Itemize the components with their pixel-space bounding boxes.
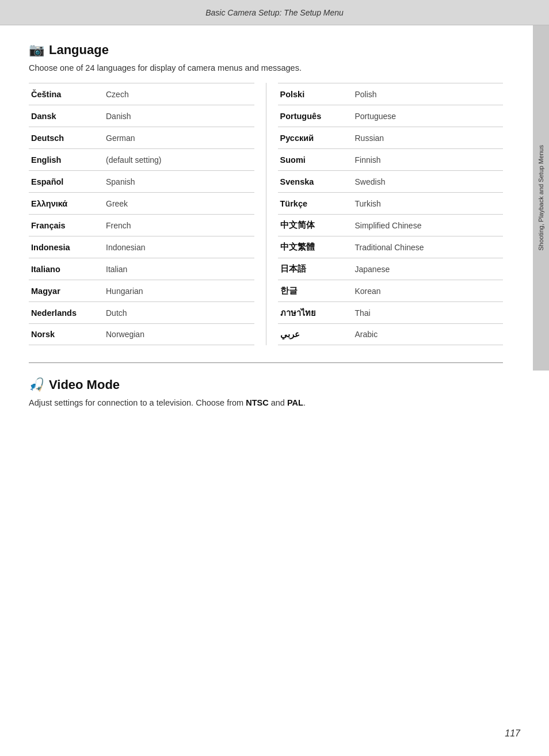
language-row: IndonesiaIndonesian [29, 236, 254, 258]
lang-native: Magyar [31, 287, 106, 296]
language-table: ČeštinaCzechDanskDanishDeutschGermanEngl… [29, 83, 503, 345]
lang-native: Nederlands [31, 308, 106, 318]
language-row: FrançaisFrench [29, 214, 254, 236]
lang-english: Korean [355, 287, 501, 296]
lang-native: English [31, 155, 106, 165]
lang-native: 中文繁體 [280, 242, 355, 253]
lang-english: Greek [106, 199, 252, 208]
language-heading: 📷 Language [29, 43, 503, 58]
language-row: MagyarHungarian [29, 280, 254, 301]
language-row: PortuguêsPortuguese [278, 105, 504, 127]
lang-english: Simplified Chinese [355, 221, 501, 230]
language-icon: 📷 [29, 43, 44, 58]
lang-english: Finnish [355, 155, 501, 165]
lang-native: عربي [280, 330, 355, 339]
video-description: Adjust settings for connection to a tele… [29, 398, 503, 407]
language-row: NorskNorwegian [29, 323, 254, 345]
language-row: PolskiPolish [278, 83, 504, 105]
lang-native: Deutsch [31, 133, 106, 143]
lang-native: Svenska [280, 177, 355, 186]
side-tab-text: Shooting, Playback and Setup Menus [537, 145, 544, 250]
lang-english: French [106, 221, 252, 230]
lang-english: Spanish [106, 177, 252, 186]
language-right-column: PolskiPolishPortuguêsPortugueseРусскийRu… [278, 83, 504, 345]
language-row: English(default setting) [29, 148, 254, 170]
language-row: DeutschGerman [29, 127, 254, 148]
side-tab: Shooting, Playback and Setup Menus [533, 25, 549, 371]
lang-native: Indonesia [31, 243, 106, 252]
lang-english: Czech [106, 90, 252, 99]
video-desc-suffix: . [303, 398, 306, 407]
lang-native: Italiano [31, 265, 106, 274]
lang-native: Español [31, 177, 106, 186]
lang-native: Polski [280, 90, 355, 99]
lang-english: Turkish [355, 199, 501, 208]
video-icon: 🎣 [29, 377, 44, 392]
lang-english: Russian [355, 133, 501, 143]
lang-native: Русский [280, 133, 355, 143]
main-content: 📷 Language Choose one of 24 languages fo… [0, 25, 549, 425]
language-row: 中文繁體Traditional Chinese [278, 236, 504, 258]
lang-english: Thai [355, 308, 501, 318]
language-row: SvenskaSwedish [278, 170, 504, 192]
lang-english: Japanese [355, 265, 501, 274]
pal-label: PAL [287, 398, 303, 407]
lang-native: 한글 [280, 285, 355, 296]
lang-english: Danish [106, 112, 252, 121]
lang-native: Français [31, 221, 106, 230]
lang-english: Swedish [355, 177, 501, 186]
lang-english: German [106, 133, 252, 143]
language-row: ΕλληνικάGreek [29, 192, 254, 214]
video-mode-section: 🎣 Video Mode Adjust settings for connect… [29, 377, 503, 407]
lang-english: Arabic [355, 330, 501, 339]
language-row: 한글Korean [278, 280, 504, 301]
language-row: ItalianoItalian [29, 258, 254, 280]
lang-english: Norwegian [106, 330, 252, 339]
lang-native: Čeština [31, 90, 106, 99]
lang-english: Traditional Chinese [355, 243, 501, 252]
lang-english: (default setting) [106, 155, 252, 165]
language-row: РусскийRussian [278, 127, 504, 148]
language-left-column: ČeštinaCzechDanskDanishDeutschGermanEngl… [29, 83, 266, 345]
section-divider [29, 362, 503, 363]
lang-english: Hungarian [106, 287, 252, 296]
ntsc-label: NTSC [246, 398, 268, 407]
video-heading: 🎣 Video Mode [29, 377, 503, 392]
language-title: Language [49, 43, 109, 58]
lang-native: Ελληνικά [31, 199, 106, 208]
language-row: EspañolSpanish [29, 170, 254, 192]
language-row: 中文简体Simplified Chinese [278, 214, 504, 236]
lang-native: 日本語 [280, 264, 355, 274]
video-desc-prefix: Adjust settings for connection to a tele… [29, 398, 246, 407]
lang-english: Polish [355, 90, 501, 99]
video-title: Video Mode [49, 377, 120, 392]
language-row: ČeštinaCzech [29, 83, 254, 105]
top-bar: Basic Camera Setup: The Setup Menu [0, 0, 549, 25]
lang-native: Dansk [31, 112, 106, 121]
language-row: SuomiFinnish [278, 148, 504, 170]
language-row: عربيArabic [278, 323, 504, 345]
header-title: Basic Camera Setup: The Setup Menu [205, 8, 344, 17]
language-row: NederlandsDutch [29, 301, 254, 323]
video-desc-middle: and [269, 398, 287, 407]
lang-english: Portuguese [355, 112, 501, 121]
lang-native: Türkçe [280, 199, 355, 208]
language-row: 日本語Japanese [278, 258, 504, 280]
language-row: TürkçeTurkish [278, 192, 504, 214]
language-description: Choose one of 24 languages for display o… [29, 63, 503, 72]
lang-native: ภาษาไทย [280, 306, 355, 319]
lang-native: Português [280, 112, 355, 121]
lang-english: Dutch [106, 308, 252, 318]
language-row: ภาษาไทยThai [278, 301, 504, 323]
lang-english: Indonesian [106, 243, 252, 252]
lang-native: Norsk [31, 330, 106, 339]
lang-native: Suomi [280, 155, 355, 165]
lang-native: 中文简体 [280, 220, 355, 231]
language-row: DanskDanish [29, 105, 254, 127]
page-number: 117 [505, 728, 520, 739]
lang-english: Italian [106, 265, 252, 274]
